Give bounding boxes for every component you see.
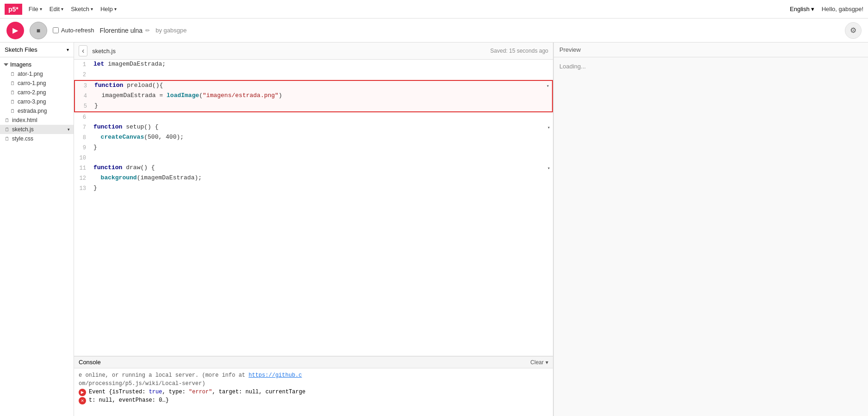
play-button[interactable]: ▶ — [6, 22, 24, 39]
code-line-10: 10 — [74, 153, 553, 163]
file-menu[interactable]: File — [29, 6, 42, 12]
file-icon: 🗒 — [10, 80, 15, 86]
console-error-line-2: ✕ t: null, eventPhase: 0…} — [79, 396, 548, 404]
preview-label: Preview — [559, 46, 581, 53]
edit-menu[interactable]: Edit — [50, 6, 63, 12]
file-icon: 🗒 — [5, 117, 10, 123]
console-area: Console Clear e online, or running a loc… — [74, 356, 553, 416]
p5-logo[interactable]: p5* — [5, 4, 22, 15]
editor-header: ‹ sketch.js Saved: 15 seconds ago — [74, 43, 553, 60]
settings-icon: ⚙ — [850, 26, 856, 35]
file-icon: 🗒 — [10, 99, 15, 104]
console-link[interactable]: https://github.c — [248, 372, 302, 379]
sketch-name: Florentine ulna — [100, 27, 143, 34]
code-line-3: 3 function preload(){ ▾ — [75, 81, 552, 91]
preview-content: Loading... — [554, 57, 868, 416]
code-line-2: 2 — [74, 70, 553, 80]
code-lines: 1 let imagemDaEstrada; 2 3 function prel… — [74, 60, 553, 194]
code-line-11: 11 function draw() { ▾ — [74, 163, 553, 173]
file-icon: 🗒 — [10, 71, 15, 77]
console-clear-caret — [546, 359, 548, 366]
lang-caret — [811, 6, 814, 12]
sidebar: Sketch Files Imagens 🗒 ator-1.png 🗒 carr… — [0, 43, 74, 416]
by-user: by gabsgpe — [155, 27, 186, 34]
file-icon: 🗒 — [5, 127, 10, 132]
preview-header: Preview — [554, 43, 868, 57]
sketch-menu-caret — [91, 6, 93, 12]
fold-icon-3[interactable]: ▾ — [546, 83, 549, 90]
nav-menus: File Edit Sketch Help — [29, 6, 117, 12]
console-label: Console — [79, 359, 101, 366]
help-menu-caret — [114, 6, 117, 12]
stop-button[interactable]: ■ — [30, 22, 47, 39]
sidebar-title: Sketch Files — [5, 46, 37, 53]
sidebar-tree: Imagens 🗒 ator-1.png 🗒 carro-1.png 🗒 car… — [0, 57, 74, 146]
code-line-4: 4 imagemDaEstrada = loadImage("imagens/e… — [75, 91, 552, 101]
loading-text: Loading... — [559, 63, 586, 70]
error-circle-icon: ✕ — [79, 397, 86, 404]
language-selector[interactable]: English — [790, 6, 814, 12]
code-line-5: 5 } — [75, 101, 552, 111]
console-header: Console Clear — [74, 356, 553, 368]
sidebar-caret[interactable] — [67, 47, 69, 52]
auto-refresh-label[interactable]: Auto-refresh — [53, 27, 94, 34]
sidebar-header: Sketch Files — [0, 43, 74, 57]
user-greeting: Hello, gabsgpe! — [822, 6, 863, 12]
main-layout: Sketch Files Imagens 🗒 ator-1.png 🗒 carr… — [0, 43, 868, 416]
edit-pencil-icon[interactable]: ✏ — [145, 27, 150, 34]
code-line-9: 9 } — [74, 143, 553, 153]
sidebar-item-ator1[interactable]: 🗒 ator-1.png — [0, 69, 74, 79]
folder-label: Imagens — [10, 61, 31, 68]
sidebar-folder-imagens[interactable]: Imagens — [0, 60, 74, 69]
sketch-name-area: Florentine ulna ✏ — [100, 27, 150, 34]
file-icon: 🗒 — [10, 90, 15, 95]
sidebar-item-carro3[interactable]: 🗒 carro-3.png — [0, 97, 74, 106]
code-line-8: 8 createCanvas(500, 400); — [74, 133, 553, 143]
preview-area: Preview Loading... — [553, 43, 868, 416]
sidebar-item-stylecss[interactable]: 🗒 style.css — [0, 134, 74, 143]
console-content: e online, or running a local server. (mo… — [74, 368, 553, 416]
file-menu-caret — [40, 6, 42, 12]
back-button[interactable]: ‹ — [79, 45, 87, 56]
sidebar-item-sketchjs[interactable]: 🗒 sketch.js ▾ — [0, 125, 74, 134]
edit-menu-caret — [61, 6, 63, 12]
sidebar-item-carro1[interactable]: 🗒 carro-1.png — [0, 79, 74, 88]
code-editor[interactable]: 1 let imagemDaEstrada; 2 3 function prel… — [74, 60, 553, 356]
sketch-menu[interactable]: Sketch — [71, 6, 93, 12]
active-file-arrow: ▾ — [68, 127, 70, 132]
toolbar: ▶ ■ Auto-refresh Florentine ulna ✏ by ga… — [0, 18, 868, 43]
code-line-12: 12 background(imagemDaEstrada); — [74, 173, 553, 184]
highlighted-block: 3 function preload(){ ▾ 4 imagemDaEstrad… — [74, 80, 553, 112]
sidebar-item-estrada[interactable]: 🗒 estrada.png — [0, 106, 74, 116]
fold-icon-7[interactable]: ▾ — [547, 124, 550, 132]
file-icon: 🗒 — [10, 108, 15, 114]
editor-area: ‹ sketch.js Saved: 15 seconds ago 1 let … — [74, 43, 553, 416]
current-file-tab: sketch.js — [92, 48, 116, 55]
fold-icon-11[interactable]: ▾ — [547, 165, 550, 172]
auto-refresh-checkbox[interactable] — [53, 27, 59, 33]
code-line-6: 6 — [74, 112, 553, 122]
top-navbar: p5* File Edit Sketch Help English Hello,… — [0, 0, 868, 18]
console-clear-button[interactable]: Clear — [530, 359, 548, 366]
file-icon: 🗒 — [5, 136, 10, 141]
code-line-1: 1 let imagemDaEstrada; — [74, 60, 553, 70]
folder-collapse-icon — [4, 63, 8, 66]
console-line-1: e online, or running a local server. (mo… — [79, 371, 548, 379]
sidebar-item-indexhtml[interactable]: 🗒 index.html — [0, 116, 74, 125]
error-icon: ▶ — [79, 389, 86, 396]
code-line-13: 13 } — [74, 184, 553, 194]
help-menu[interactable]: Help — [100, 6, 117, 12]
code-line-7: 7 function setup() { ▾ — [74, 122, 553, 133]
sidebar-item-carro2[interactable]: 🗒 carro-2.png — [0, 88, 74, 97]
settings-button[interactable]: ⚙ — [845, 22, 862, 39]
topbar-right: English Hello, gabsgpe! — [790, 6, 863, 12]
console-line-2: om/processing/p5.js/wiki/Local-server) — [79, 379, 548, 388]
saved-status: Saved: 15 seconds ago — [490, 48, 548, 54]
console-error-line-1: ▶ Event {isTrusted: true, type: "error",… — [79, 388, 548, 396]
